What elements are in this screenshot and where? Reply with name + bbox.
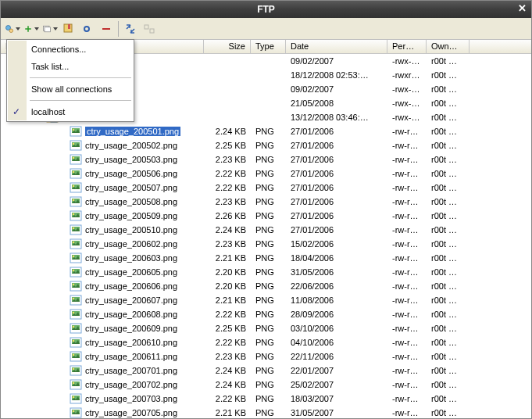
file-name: ctry_usage_200510.png	[85, 225, 177, 235]
table-row[interactable]: ctry_usage_200605.png2.20 KBPNG31/05/200…	[1, 265, 531, 279]
cell-perm: -rw-r…	[387, 197, 427, 206]
table-row[interactable]: ctry_usage_200602.png2.23 KBPNG15/02/200…	[1, 237, 531, 251]
sync2-button[interactable]	[141, 20, 158, 38]
image-file-icon	[70, 280, 82, 292]
image-file-icon	[70, 350, 82, 363]
connections-menu: Connections...Task list...Show all conne…	[6, 39, 134, 122]
cell-size: 2.20 KB	[204, 281, 251, 291]
table-row[interactable]: ctry_usage_200611.png2.23 KBPNG22/11/200…	[1, 349, 531, 363]
cell-perm: -rw-r…	[387, 183, 427, 192]
image-file-icon	[70, 167, 82, 180]
file-name: ctry_usage_200608.png	[85, 310, 177, 319]
cell-name: ctry_usage_200502.png	[1, 139, 204, 152]
table-row[interactable]: ctry_usage_200609.png2.25 KBPNG03/10/200…	[1, 321, 531, 335]
cell-name: ctry_usage_200611.png	[1, 350, 204, 363]
table-row[interactable]: ctry_usage_200503.png2.23 KBPNG27/01/200…	[1, 152, 531, 167]
link-icon	[81, 23, 94, 35]
cell-date: 27/01/2006	[286, 211, 387, 220]
cell-size: 2.26 KB	[204, 211, 251, 220]
table-row[interactable]: ctry_usage_200509.png2.26 KBPNG27/01/200…	[1, 209, 531, 223]
cell-size: 2.23 KB	[204, 239, 251, 249]
cell-name: ctry_usage_200607.png	[1, 294, 204, 306]
copy-path-button[interactable]	[41, 20, 59, 38]
table-row[interactable]: ctry_usage_200510.png2.24 KBPNG27/01/200…	[1, 223, 531, 237]
svg-rect-3	[25, 28, 31, 30]
cell-size: 2.22 KB	[204, 310, 251, 319]
cell-name: ctry_usage_200510.png	[1, 224, 204, 236]
cell-perm: -rw-r…	[387, 394, 427, 403]
cell-own: r00t …	[427, 225, 470, 235]
delete-button[interactable]	[98, 20, 115, 38]
cell-name: ctry_usage_200508.png	[1, 195, 204, 208]
col-header-type[interactable]: Type	[251, 40, 286, 53]
menu-show-all[interactable]: Show all connections	[8, 81, 133, 98]
cell-type: PNG	[251, 169, 286, 178]
minus-icon	[100, 23, 112, 35]
cell-date: 27/01/2006	[286, 141, 387, 150]
cell-date: 28/09/2006	[286, 310, 387, 319]
cell-perm: -rw-r…	[387, 338, 427, 347]
menu-tasklist[interactable]: Task list...	[8, 58, 133, 75]
col-header-date[interactable]: Date	[286, 40, 387, 53]
link-button[interactable]	[79, 20, 96, 38]
file-name: ctry_usage_200502.png	[85, 141, 177, 150]
toolbar	[1, 18, 531, 40]
cell-type: PNG	[251, 197, 286, 206]
connections-button[interactable]	[4, 20, 21, 38]
image-file-icon	[70, 308, 82, 321]
cell-own: r00t …	[427, 141, 470, 150]
menu-connections[interactable]: Connections...	[8, 41, 133, 58]
image-file-icon	[70, 139, 82, 152]
close-button[interactable]: ✕	[516, 3, 528, 16]
file-name: ctry_usage_200609.png	[85, 324, 177, 333]
table-row[interactable]: ctry_usage_200607.png2.21 KBPNG11/08/200…	[1, 293, 531, 307]
cell-perm: -rw-r…	[387, 253, 427, 263]
cell-perm: -rw-r…	[387, 169, 427, 178]
table-row[interactable]: ctry_usage_200506.png2.22 KBPNG27/01/200…	[1, 167, 531, 181]
table-row[interactable]: ctry_usage_200508.png2.23 KBPNG27/01/200…	[1, 195, 531, 209]
table-row[interactable]: ctry_usage_200606.png2.20 KBPNG22/06/200…	[1, 279, 531, 293]
table-row[interactable]: ctry_usage_200705.png2.21 KBPNG31/05/200…	[1, 406, 531, 418]
file-name: ctry_usage_200607.png	[85, 295, 177, 305]
cell-type: PNG	[251, 267, 286, 277]
col-header-perm[interactable]: Permi…	[387, 40, 427, 53]
cell-own: r00t …	[427, 380, 470, 389]
sync2-icon	[143, 23, 155, 35]
table-row[interactable]: ctry_usage_200501.png2.24 KBPNG27/01/200…	[1, 124, 531, 138]
col-header-size[interactable]: Size	[204, 40, 251, 53]
sync-button[interactable]	[122, 20, 139, 38]
cell-size: 2.23 KB	[204, 155, 251, 164]
table-row[interactable]: ctry_usage_200703.png2.22 KBPNG18/03/200…	[1, 392, 531, 406]
file-name: ctry_usage_200611.png	[85, 352, 177, 361]
cell-type: PNG	[251, 366, 286, 375]
table-row[interactable]: ctry_usage_200610.png2.22 KBPNG04/10/200…	[1, 335, 531, 349]
cell-type: PNG	[251, 211, 286, 220]
table-row[interactable]: ctry_usage_200502.png2.25 KBPNG27/01/200…	[1, 138, 531, 152]
table-row[interactable]: ctry_usage_200603.png2.21 KBPNG18/04/200…	[1, 251, 531, 265]
col-header-own[interactable]: Own…	[427, 40, 470, 53]
add-button[interactable]	[23, 20, 40, 38]
table-row[interactable]: ctry_usage_200701.png2.24 KBPNG22/01/200…	[1, 363, 531, 378]
table-row[interactable]: ctry_usage_200507.png2.22 KBPNG27/01/200…	[1, 181, 531, 195]
cell-date: 31/05/2007	[286, 408, 387, 417]
cell-own: r00t …	[427, 295, 470, 305]
image-file-icon	[70, 406, 82, 418]
cell-type: PNG	[251, 225, 286, 235]
image-file-icon	[70, 392, 82, 405]
cell-name: ctry_usage_200602.png	[1, 238, 204, 250]
cell-type: PNG	[251, 310, 286, 319]
cell-own: r00t …	[427, 197, 470, 206]
menu-item-label: Task list...	[31, 62, 69, 71]
cell-own: r00t …	[427, 338, 470, 347]
bookmark-button[interactable]	[60, 20, 77, 38]
bookmark-icon	[62, 23, 75, 35]
svg-point-76	[73, 410, 74, 412]
cell-name: ctry_usage_200609.png	[1, 322, 204, 335]
menu-localhost[interactable]: ✓localhost	[8, 103, 133, 120]
svg-point-28	[73, 185, 74, 187]
toolbar-separator	[118, 21, 119, 37]
table-row[interactable]: ctry_usage_200608.png2.22 KBPNG28/09/200…	[1, 307, 531, 321]
table-row[interactable]: ctry_usage_200702.png2.24 KBPNG25/02/200…	[1, 378, 531, 392]
file-name: ctry_usage_200506.png	[85, 169, 177, 178]
cell-type: PNG	[251, 239, 286, 249]
